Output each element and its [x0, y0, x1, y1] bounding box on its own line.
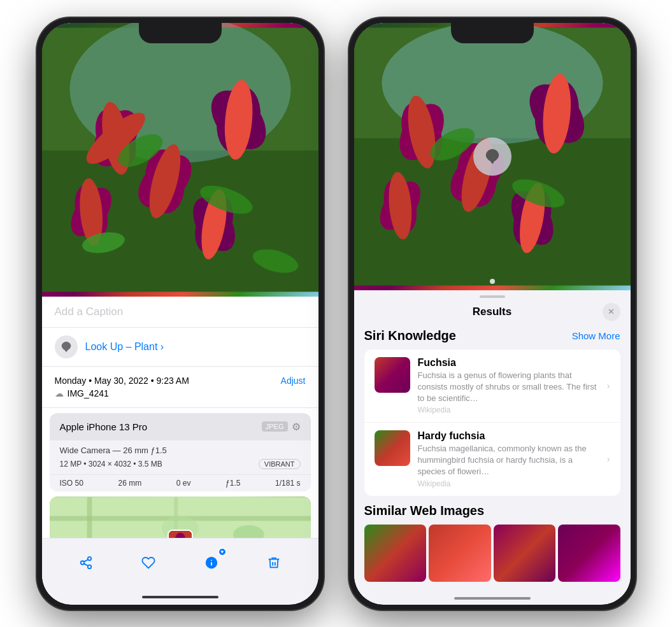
exif-shutter: 1/181 s	[275, 479, 300, 488]
siri-knowledge-header: Siri Knowledge Show More	[364, 328, 620, 343]
sheet-handle	[480, 295, 505, 298]
fuchsia-source: Wikipedia	[418, 405, 599, 414]
hardy-thumb	[375, 430, 410, 466]
exif-iso: ISO 50	[60, 479, 83, 488]
info-button[interactable]: ✦	[197, 549, 225, 577]
notch	[139, 23, 222, 43]
right-notch	[451, 23, 534, 43]
meta-section: Monday • May 30, 2022 • 9:23 AM Adjust ☁…	[42, 367, 318, 408]
info-section: Look Up – Plant › Monday • May 30, 2022 …	[42, 328, 318, 538]
photo-area-left[interactable]	[42, 23, 318, 297]
home-indicator	[142, 596, 218, 598]
fuchsia-text: Fuchsia Fuchsia is a genus of flowering …	[418, 357, 599, 415]
fuchsia-desc: Fuchsia is a genus of flowering plants t…	[418, 370, 599, 405]
similar-image-1[interactable]	[364, 525, 427, 582]
show-more-button[interactable]: Show More	[572, 330, 620, 341]
right-photo-area[interactable]	[354, 23, 631, 290]
results-content[interactable]: Siri Knowledge Show More Fuchsia	[354, 328, 631, 597]
meta-date: Monday • May 30, 2022 • 9:23 AM	[55, 376, 189, 386]
left-phone: Add a Caption Look Up – Plant ›	[37, 18, 324, 610]
fuchsia-item[interactable]: Fuchsia Fuchsia is a genus of flowering …	[364, 349, 620, 423]
similar-images[interactable]	[364, 525, 620, 582]
fuchsia-chevron: ›	[607, 381, 610, 391]
similar-image-2[interactable]	[429, 525, 491, 582]
svg-rect-25	[87, 497, 92, 538]
close-button[interactable]: ✕	[603, 303, 620, 321]
cloud-icon: ☁	[55, 388, 64, 398]
exif-focal: 26 mm	[118, 479, 141, 488]
knowledge-card: Fuchsia Fuchsia is a genus of flowering …	[364, 349, 620, 496]
right-home-indicator	[454, 597, 531, 600]
right-phone: Results ✕ Siri Knowledge Show More	[349, 18, 636, 610]
filename: IMG_4241	[68, 388, 109, 398]
favorite-button[interactable]	[134, 549, 162, 577]
adjust-button[interactable]: Adjust	[281, 376, 306, 386]
hardy-desc: Fuchsia magellanica, commonly known as t…	[418, 443, 599, 478]
lookup-label: Look Up – Plant ›	[85, 341, 164, 353]
share-button[interactable]	[72, 549, 100, 577]
hardy-fuchsia-item[interactable]: Hardy fuchsia Fuchsia magellanica, commo…	[364, 423, 620, 496]
right-screen: Results ✕ Siri Knowledge Show More	[354, 23, 631, 605]
fuchsia-thumb	[375, 357, 410, 393]
device-name: Apple iPhone 13 Pro	[60, 421, 148, 432]
vibrant-badge: VIBRANT	[259, 459, 301, 469]
results-title: Results	[382, 306, 603, 318]
hardy-text: Hardy fuchsia Fuchsia magellanica, commo…	[418, 430, 599, 488]
settings-icon: ⚙	[292, 421, 301, 433]
dot-indicator	[490, 279, 495, 284]
results-sheet: Results ✕ Siri Knowledge Show More	[354, 290, 631, 597]
lookup-row[interactable]: Look Up – Plant ›	[42, 328, 318, 367]
lookup-icon	[55, 335, 78, 358]
exif-aperture: ƒ1.5	[225, 479, 240, 488]
map-area[interactable]	[50, 497, 311, 538]
delete-button[interactable]	[260, 549, 288, 577]
hardy-name: Hardy fuchsia	[418, 430, 599, 442]
siri-knowledge-title: Siri Knowledge	[364, 328, 456, 343]
specs-info: 12 MP • 3024 × 4032 • 3.5 MB	[60, 460, 162, 468]
exif-ev: 0 ev	[176, 479, 191, 488]
results-header: Results ✕	[354, 300, 631, 328]
fuchsia-name: Fuchsia	[418, 357, 599, 369]
map-thumbnail	[168, 530, 193, 538]
toolbar: ✦	[42, 538, 318, 596]
left-screen: Add a Caption Look Up – Plant ›	[42, 23, 318, 605]
similar-image-4[interactable]	[558, 525, 620, 582]
similar-title: Similar Web Images	[364, 504, 620, 518]
camera-info: Wide Camera — 26 mm ƒ1.5	[60, 446, 167, 455]
hardy-chevron: ›	[607, 454, 610, 464]
similar-section: Similar Web Images	[364, 504, 620, 582]
caption-placeholder: Add a Caption	[55, 306, 124, 318]
device-section: Apple iPhone 13 Pro JPEG ⚙ Wide Camera —…	[50, 413, 311, 491]
caption-area[interactable]: Add a Caption	[42, 297, 318, 328]
similar-image-3[interactable]	[494, 525, 556, 582]
jpeg-badge: JPEG	[262, 421, 288, 432]
visual-search-button[interactable]	[473, 137, 511, 176]
hardy-source: Wikipedia	[418, 479, 599, 488]
